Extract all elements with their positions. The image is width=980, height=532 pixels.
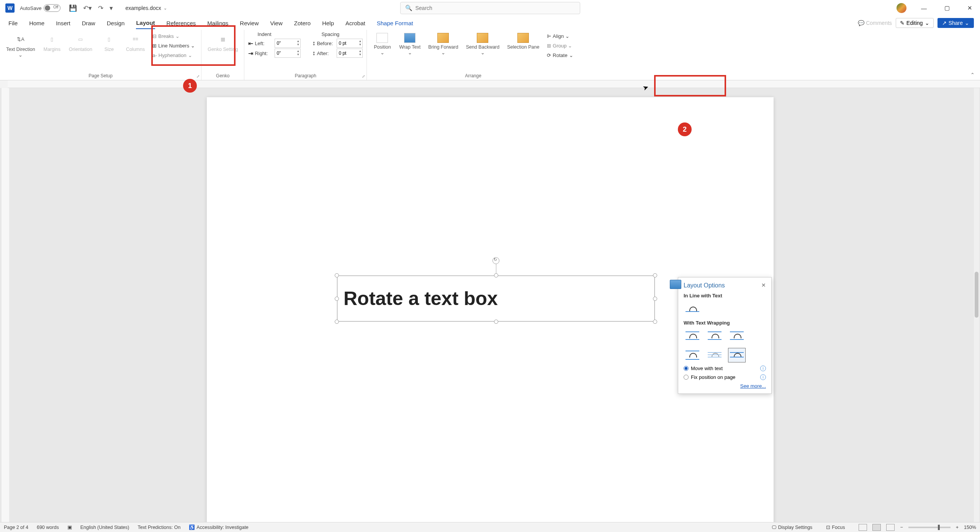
text-box[interactable]: Rotate a text box	[337, 276, 655, 321]
print-layout-button[interactable]	[872, 524, 881, 531]
qat-customize-icon[interactable]: ▾	[110, 4, 113, 12]
resize-handle-tl[interactable]	[335, 273, 339, 277]
tab-layout[interactable]: Layout	[136, 17, 155, 29]
fix-position-radio[interactable]: Fix position on page i	[684, 374, 766, 380]
tab-shape-format[interactable]: Shape Format	[377, 18, 413, 29]
breaks-button[interactable]: ⊟ Breaks ⌄	[150, 32, 197, 40]
wrap-square-button[interactable]	[684, 329, 701, 343]
search-box[interactable]: 🔍	[400, 2, 580, 14]
save-icon[interactable]: 💾	[69, 4, 77, 12]
tab-home[interactable]: Home	[29, 18, 44, 29]
wrap-tight-button[interactable]	[706, 329, 723, 343]
document-title[interactable]: examples.docx	[125, 5, 161, 11]
tab-draw[interactable]: Draw	[82, 18, 95, 29]
text-direction-button[interactable]: ⇅A Text Direction⌄	[4, 32, 38, 59]
rotate-button[interactable]: ⟳ Rotate ⌄	[545, 51, 575, 59]
redo-icon[interactable]: ↷	[98, 4, 103, 12]
autosave-toggle[interactable]: Off	[44, 4, 61, 12]
status-language[interactable]: English (United States)	[80, 525, 129, 530]
selection-pane-button[interactable]: Selection Pane	[505, 32, 542, 51]
columns-button[interactable]: ≡≡ Columns	[124, 32, 147, 53]
wrap-through-button[interactable]	[728, 329, 746, 343]
orientation-button[interactable]: ▭ Orientation	[67, 32, 95, 53]
read-mode-button[interactable]	[859, 524, 867, 531]
layout-options-icon[interactable]	[670, 280, 681, 289]
resize-handle-ml[interactable]	[335, 297, 339, 301]
resize-handle-tm[interactable]	[494, 273, 498, 277]
vertical-scrollbar[interactable]	[974, 88, 979, 523]
info-icon[interactable]: i	[760, 366, 766, 371]
wrap-inline-button[interactable]	[684, 302, 701, 316]
zoom-slider[interactable]	[908, 527, 951, 528]
status-page[interactable]: Page 2 of 4	[4, 525, 28, 530]
info-icon[interactable]: i	[760, 374, 766, 380]
wrap-behind-button[interactable]	[706, 348, 723, 362]
resize-handle-bl[interactable]	[335, 320, 339, 324]
paragraph-launcher[interactable]: ⤢	[362, 74, 365, 78]
position-button[interactable]: Position⌄	[371, 32, 394, 56]
tab-review[interactable]: Review	[240, 18, 258, 29]
align-button[interactable]: ⊫ Align ⌄	[545, 32, 575, 40]
editing-mode-button[interactable]: ✎ Editing ⌄	[896, 18, 934, 28]
resize-handle-mr[interactable]	[653, 297, 657, 301]
wrap-text-button[interactable]: Wrap Text⌄	[397, 32, 423, 56]
status-accessibility[interactable]: ♿ Accessibility: Investigate	[189, 524, 248, 530]
tab-design[interactable]: Design	[107, 18, 125, 29]
layout-options-close-button[interactable]: ✕	[761, 282, 766, 288]
tab-acrobat[interactable]: Acrobat	[345, 18, 365, 29]
zoom-out-button[interactable]: −	[900, 525, 903, 530]
genko-setting-button[interactable]: ▦ Genko Setting	[205, 32, 240, 53]
tab-file[interactable]: File	[8, 18, 18, 29]
zoom-in-button[interactable]: +	[956, 525, 959, 530]
hyphenation-button[interactable]: a- Hyphenation ⌄	[150, 51, 197, 59]
undo-icon[interactable]: ↶▾	[83, 4, 92, 12]
indent-right-input[interactable]: 0"▲▼	[275, 49, 301, 58]
maximize-button[interactable]: ▢	[941, 3, 953, 13]
group-button[interactable]: ⊞ Group ⌄	[545, 42, 575, 50]
tab-references[interactable]: References	[167, 18, 196, 29]
web-layout-button[interactable]	[886, 524, 895, 531]
resize-handle-tr[interactable]	[653, 273, 657, 277]
tab-help[interactable]: Help	[322, 18, 334, 29]
close-button[interactable]: ✕	[964, 3, 975, 13]
size-button[interactable]: ▯ Size	[98, 32, 121, 53]
focus-button[interactable]: ⊡ Focus	[826, 524, 845, 530]
vertical-ruler[interactable]	[2, 88, 9, 523]
scrollbar-thumb[interactable]	[975, 272, 978, 318]
tab-insert[interactable]: Insert	[56, 18, 70, 29]
user-avatar[interactable]	[897, 3, 906, 13]
textbox-selection[interactable]: Rotate a text box	[337, 276, 655, 321]
spacing-after-input[interactable]: 0 pt▲▼	[337, 49, 363, 58]
minimize-button[interactable]: —	[918, 3, 930, 13]
move-with-text-radio[interactable]: Move with text i	[684, 366, 766, 371]
display-settings-button[interactable]: 🖵 Display Settings	[772, 525, 813, 530]
resize-handle-bm[interactable]	[494, 320, 498, 324]
wrap-infront-button[interactable]	[728, 348, 746, 362]
doc-title-chevron-icon[interactable]: ⌄	[164, 6, 167, 11]
ribbon-collapse-button[interactable]: ⌃	[970, 72, 975, 78]
zoom-level[interactable]: 150%	[964, 525, 976, 530]
spacing-before-input[interactable]: 0 pt▲▼	[337, 39, 363, 48]
status-predictions[interactable]: Text Predictions: On	[137, 525, 180, 530]
send-backward-button[interactable]: Send Backward⌄	[464, 32, 502, 56]
textbox-content[interactable]: Rotate a text box	[344, 287, 498, 310]
share-button[interactable]: ↗ Share ⌄	[937, 18, 974, 28]
indent-left-input[interactable]: 0"▲▼	[275, 39, 301, 48]
tab-mailings[interactable]: Mailings	[207, 18, 228, 29]
page-setup-launcher[interactable]: ⤢	[196, 74, 200, 78]
bring-forward-button[interactable]: Bring Forward⌄	[426, 32, 461, 56]
wrap-topbottom-button[interactable]	[684, 348, 701, 362]
tab-view[interactable]: View	[270, 18, 283, 29]
resize-handle-br[interactable]	[653, 320, 657, 324]
search-input[interactable]	[416, 5, 575, 11]
tab-zotero[interactable]: Zotero	[294, 18, 311, 29]
pencil-icon: ✎	[900, 20, 905, 26]
margins-button[interactable]: ▯ Margins	[41, 32, 64, 53]
rotate-handle[interactable]	[492, 257, 499, 264]
comments-button[interactable]: 💬 Comments	[858, 20, 892, 26]
see-more-link[interactable]: See more...	[684, 383, 766, 389]
horizontal-ruler[interactable]	[8, 80, 980, 88]
status-word-count[interactable]: 690 words	[37, 525, 59, 530]
line-numbers-button[interactable]: ⊞ Line Numbers ⌄	[150, 42, 197, 50]
status-spellcheck-icon[interactable]: ▣	[67, 524, 72, 530]
